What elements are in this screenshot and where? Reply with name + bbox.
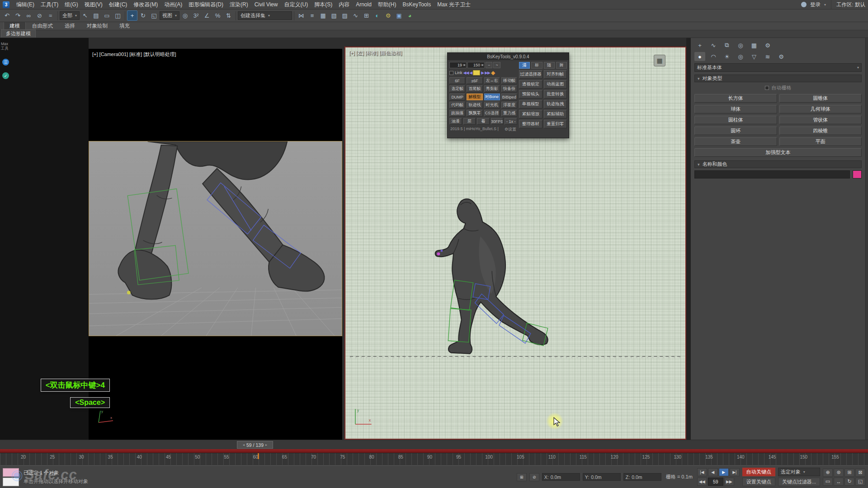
mirror-icon[interactable]: ⋈ bbox=[296, 10, 307, 21]
key-selection-dropdown[interactable]: 选定对象 bbox=[778, 468, 820, 476]
play-button[interactable]: ▶ bbox=[719, 468, 729, 476]
bskey-button[interactable]: 代码帧 bbox=[449, 102, 465, 108]
modify-tab-icon[interactable]: ∿ bbox=[708, 41, 719, 50]
key-diamond-icon[interactable]: ◆ bbox=[491, 70, 495, 76]
auto-key-button[interactable]: 自动关键点 bbox=[742, 468, 775, 476]
prev-key-icon[interactable]: ◀ bbox=[469, 70, 472, 75]
zoom-extents-icon[interactable]: ⊞ bbox=[844, 469, 854, 477]
time-slider-track[interactable]: ◂ 59 / 139 ▸ bbox=[0, 440, 868, 449]
bskey-button[interactable]: 快备份 bbox=[501, 85, 517, 92]
previous-key-button[interactable]: ◀◀ bbox=[697, 478, 707, 486]
bskey-button[interactable]: 左↔右 bbox=[484, 77, 500, 84]
isolate-selection-icon[interactable]: ⊘ bbox=[529, 473, 539, 481]
select-scale-icon[interactable]: ◱ bbox=[149, 10, 159, 21]
primitive-button[interactable]: 管状体 bbox=[779, 116, 862, 124]
bskey-tool-button[interactable]: 整理器材 bbox=[519, 120, 542, 128]
polygon-modeling-tab[interactable]: 多边形建模 bbox=[1, 29, 36, 38]
rollout-name-color[interactable]: ▾ 名称和颜色 bbox=[694, 160, 862, 168]
menu-item[interactable]: 脚本(S) bbox=[311, 0, 335, 9]
align-icon[interactable]: ≡ bbox=[307, 10, 317, 21]
bskey-button[interactable]: 选定帧 bbox=[449, 85, 465, 92]
bind-spacewarp-icon[interactable]: ≈ bbox=[45, 10, 56, 21]
coordinate-field[interactable]: Z:0.0m bbox=[623, 473, 661, 481]
coordinate-field[interactable]: X:0.0m bbox=[542, 473, 580, 481]
geometry-category-icon[interactable]: ● bbox=[694, 52, 705, 61]
rendered-frame-icon[interactable]: ▣ bbox=[394, 10, 404, 21]
rollout-object-type[interactable]: ▾ 对象类型 bbox=[694, 75, 862, 82]
primitive-button[interactable]: 平面 bbox=[779, 137, 862, 146]
select-move-icon[interactable]: + bbox=[127, 10, 137, 21]
redo-icon[interactable]: ↷ bbox=[13, 10, 23, 21]
bskey-tab[interactable]: 舞 bbox=[556, 62, 567, 69]
camera-safe-frame[interactable] bbox=[89, 141, 342, 336]
bskey-tool-button[interactable]: 透视锁定 bbox=[519, 80, 542, 89]
key-filters-button[interactable]: 关键点过滤器... bbox=[778, 478, 820, 486]
bskey-button[interactable]: 浮覆度 bbox=[501, 102, 517, 108]
select-rotate-icon[interactable]: ↻ bbox=[138, 10, 148, 21]
bskey-button[interactable]: BiBiped bbox=[501, 94, 517, 100]
ribbon-tab[interactable]: 填充 bbox=[114, 22, 135, 30]
go-to-start-button[interactable]: |◀ bbox=[697, 468, 707, 476]
viewport-label[interactable]: [+] [左] [标准] [颜色边框] bbox=[349, 50, 402, 56]
link-toggle[interactable]: Link bbox=[449, 70, 462, 75]
lights-category-icon[interactable]: ☀ bbox=[722, 52, 732, 61]
menu-item[interactable]: 图形编辑器(D) bbox=[185, 0, 226, 9]
frame-start-spinner[interactable]: 19 bbox=[449, 62, 467, 68]
select-object-icon[interactable]: ↖ bbox=[80, 10, 90, 21]
primitive-button[interactable]: 几何球体 bbox=[779, 105, 862, 113]
select-by-name-icon[interactable]: ▤ bbox=[91, 10, 101, 21]
zoom-all-icon[interactable]: ⊛ bbox=[834, 469, 844, 477]
window-crossing-icon[interactable]: ◫ bbox=[113, 10, 123, 21]
frame-end-spinner[interactable]: 150 bbox=[467, 62, 485, 68]
left-ortho-viewport[interactable]: [+] [左] [标准] [颜色边框] ▦ bbox=[344, 47, 686, 440]
primitive-button[interactable]: 长方体 bbox=[694, 94, 777, 103]
layer-manager-icon[interactable]: ▧ bbox=[329, 10, 339, 21]
hierarchy-tab-icon[interactable]: ⧉ bbox=[722, 41, 732, 50]
bskey-button[interactable]: 6F bbox=[449, 77, 465, 84]
menu-item[interactable]: 修改器(M) bbox=[130, 0, 161, 9]
primitive-button[interactable]: 四棱锥 bbox=[779, 127, 862, 135]
bskey-settings-button[interactable]: ⚙设置 bbox=[505, 127, 516, 132]
current-frame-field[interactable]: 59 bbox=[708, 478, 723, 486]
schematic-view-icon[interactable]: ⊞ bbox=[361, 10, 372, 21]
angle-snap-icon[interactable]: ∠ bbox=[202, 10, 212, 21]
menu-item[interactable]: 内容 bbox=[335, 0, 353, 9]
bskey-button[interactable]: CS选择 bbox=[484, 110, 500, 117]
bskey-button[interactable]: 移动帧 bbox=[501, 77, 517, 84]
menu-item[interactable]: 编辑(E) bbox=[13, 0, 38, 9]
bskey-tool-button[interactable]: 轨迹拖拽 bbox=[544, 100, 567, 108]
next-key-icon[interactable]: ▶ bbox=[481, 70, 484, 75]
ribbon-tab[interactable]: 自由形式 bbox=[27, 22, 58, 30]
spacewarps-category-icon[interactable]: ≋ bbox=[762, 52, 773, 61]
menu-item[interactable]: 组(G) bbox=[61, 0, 81, 9]
undo-icon[interactable]: ↶ bbox=[2, 10, 12, 21]
bskey-button[interactable]: 解模型 bbox=[467, 94, 482, 100]
timeline-ruler[interactable]: 2025303540455055606570758085909510010511… bbox=[0, 453, 868, 465]
primitive-button[interactable]: 圆锥体 bbox=[779, 94, 862, 103]
go-to-end-button[interactable]: ▶| bbox=[730, 468, 740, 476]
camera-viewport[interactable]: [+] [Camera001] [标准] [默认明暗处理] bbox=[89, 49, 342, 440]
autogrid-checkbox[interactable] bbox=[765, 86, 769, 90]
bskey-tool-button[interactable]: 紧贴缩放 bbox=[519, 110, 542, 118]
bskey-button[interactable]: 跳抽搐 bbox=[449, 110, 465, 117]
bskey-button[interactable]: 油漆 bbox=[449, 118, 462, 125]
render-production-icon[interactable]: ◕ bbox=[405, 10, 415, 21]
bskey-tool-button[interactable]: 预留镜头 bbox=[519, 90, 542, 99]
ribbon-toggle-icon[interactable]: ▨ bbox=[340, 10, 350, 21]
render-setup-icon[interactable]: ⚙ bbox=[383, 10, 393, 21]
orbit-icon[interactable]: ↻ bbox=[844, 478, 854, 486]
bskey-tab[interactable]: 清 bbox=[519, 62, 530, 69]
reference-coordinate-dropdown[interactable]: 视图 bbox=[160, 11, 179, 20]
maxscript-mini-listener[interactable] bbox=[3, 468, 19, 486]
curve-editor-icon[interactable]: ∿ bbox=[350, 10, 361, 21]
bskey-button[interactable]: 时光机 bbox=[484, 102, 500, 108]
login-caret-icon[interactable]: ▾ bbox=[824, 3, 826, 7]
cameras-category-icon[interactable]: ◎ bbox=[735, 52, 746, 61]
time-slider-handle[interactable]: ◂ 59 / 139 ▸ bbox=[237, 441, 273, 449]
autogrid-toggle[interactable]: 自动栅格 bbox=[694, 84, 862, 91]
zoom-extents-all-icon[interactable]: ⊠ bbox=[855, 469, 865, 477]
use-pivot-center-icon[interactable]: ◎ bbox=[180, 10, 190, 21]
workspace-selector[interactable]: 工作区: 默认 bbox=[836, 1, 865, 8]
menu-item[interactable]: Civil View bbox=[251, 0, 281, 9]
next-key-button[interactable]: ▶▶ bbox=[724, 478, 734, 486]
